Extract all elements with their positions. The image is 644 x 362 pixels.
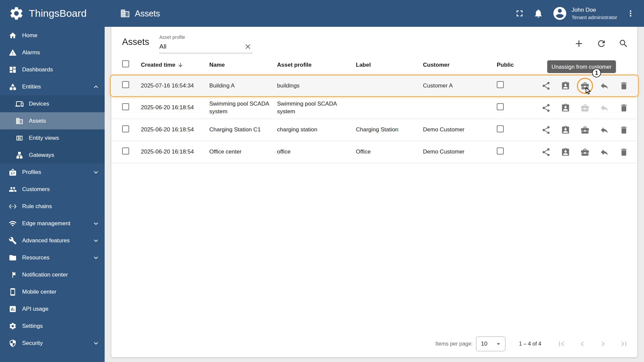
- clear-filter-button[interactable]: [244, 43, 252, 51]
- sidebar-item-assets[interactable]: Assets: [0, 112, 105, 129]
- table-row-building-a[interactable]: 2025-07-16 16:54:34Building AbuildingsCu…: [110, 75, 639, 97]
- column-header-name[interactable]: Name: [209, 62, 277, 68]
- prev-page-button[interactable]: [578, 339, 587, 349]
- sidebar-item-api-usage[interactable]: API usage: [0, 300, 105, 317]
- row-checkbox[interactable]: [122, 103, 129, 110]
- chevron-down-icon: [92, 237, 100, 245]
- public-checkbox[interactable]: [497, 125, 504, 132]
- assign-to-customer-button[interactable]: [561, 103, 570, 113]
- add-asset-button[interactable]: [574, 38, 584, 49]
- sidebar-item-home[interactable]: Home: [0, 27, 105, 44]
- delete-button[interactable]: [619, 125, 629, 135]
- table-row-charging-station-c1[interactable]: 2025-06-20 16:18:54Charging Station C1ch…: [111, 119, 637, 141]
- row-checkbox[interactable]: [122, 81, 129, 88]
- make-private-button[interactable]: [600, 125, 609, 135]
- select-all-checkbox[interactable]: [122, 60, 129, 67]
- refresh-button[interactable]: [596, 39, 606, 49]
- fullscreen-button[interactable]: [515, 8, 525, 18]
- sidebar-item-label: Gateways: [29, 152, 54, 159]
- brand-name: ThingsBoard: [29, 8, 87, 19]
- chevron-down-icon: [494, 340, 502, 348]
- cell-name: Office center: [209, 148, 277, 156]
- sidebar-item-settings[interactable]: Settings: [0, 317, 105, 335]
- delete-button[interactable]: [619, 81, 629, 90]
- sidebar-item-profiles[interactable]: Profiles: [0, 164, 105, 181]
- row-checkbox[interactable]: [122, 147, 129, 155]
- sidebar-item-resources[interactable]: Resources: [0, 249, 105, 266]
- sidebar-item-customers[interactable]: Customers: [0, 181, 105, 198]
- items-per-page-select[interactable]: 10: [476, 337, 505, 351]
- page-header: Assets: [120, 8, 160, 18]
- thingsboard-logo[interactable]: ThingsBoard: [0, 6, 105, 21]
- unassign-from-customer-button[interactable]: [580, 147, 590, 157]
- devices-icon: [15, 100, 23, 108]
- cell-customer: Demo Customer: [423, 148, 497, 156]
- make-private-button[interactable]: [600, 81, 609, 90]
- sidebar-item-edge-management[interactable]: Edge management: [0, 215, 105, 232]
- share-button[interactable]: [541, 81, 551, 90]
- share-icon: [541, 81, 551, 90]
- column-header-label[interactable]: Label: [356, 62, 423, 68]
- sidebar-item-entities[interactable]: Entities: [0, 78, 105, 95]
- cell-created-time: 2025-06-20 16:18:54: [141, 126, 209, 134]
- user-menu[interactable]: John Doe Tenant administrator: [552, 6, 617, 21]
- sidebar-item-gateways[interactable]: Gateways: [0, 146, 105, 164]
- notification-center-icon: [9, 271, 17, 279]
- column-header-customer[interactable]: Customer: [423, 62, 497, 68]
- column-header-created-time[interactable]: Created time: [141, 62, 209, 68]
- cell-asset-profile: Swimming pool SCADA system: [277, 100, 356, 116]
- sidebar-item-security[interactable]: Security: [0, 335, 105, 352]
- delete-button[interactable]: [619, 103, 629, 113]
- column-header-public[interactable]: Public: [497, 62, 537, 68]
- profiles-icon: [9, 168, 17, 176]
- home-icon: [9, 32, 17, 40]
- public-checkbox[interactable]: [497, 103, 504, 110]
- table-row-office-center[interactable]: 2025-06-20 16:18:54Office centerofficeOf…: [111, 141, 637, 163]
- sidebar-item-alarms[interactable]: Alarms: [0, 44, 105, 61]
- edge-icon: [9, 220, 17, 228]
- make-private-button[interactable]: [600, 147, 609, 157]
- sidebar-item-notification-center[interactable]: Notification center: [0, 266, 105, 283]
- cell-customer: Customer A: [423, 82, 497, 90]
- column-header-asset-profile[interactable]: Asset profile: [277, 62, 356, 68]
- assign-to-customer-button[interactable]: [561, 147, 570, 157]
- items-per-page-value: 10: [481, 341, 487, 347]
- delete-button[interactable]: [619, 147, 629, 157]
- more-menu-button[interactable]: [626, 9, 635, 18]
- page-title: Assets: [135, 9, 160, 18]
- public-checkbox[interactable]: [497, 81, 504, 88]
- make-private-button[interactable]: [600, 103, 609, 113]
- unassign-from-customer-button[interactable]: [580, 103, 590, 113]
- sidebar-item-mobile-center[interactable]: Mobile center: [0, 283, 105, 300]
- alarm-icon: [9, 49, 17, 57]
- paginator-nav: [557, 339, 629, 349]
- sidebar-item-rule-chains[interactable]: Rule chains: [0, 198, 105, 215]
- notifications-button[interactable]: [533, 8, 543, 18]
- rule-chains-icon: [9, 202, 17, 210]
- chevron-right-icon: [598, 339, 608, 349]
- first-page-button[interactable]: [557, 339, 566, 349]
- share-button[interactable]: [541, 103, 551, 113]
- row-checkbox[interactable]: [122, 125, 129, 132]
- last-page-button[interactable]: [619, 339, 629, 349]
- sidebar-item-advanced-features[interactable]: Advanced features: [0, 232, 105, 249]
- public-checkbox[interactable]: [497, 147, 504, 155]
- cell-created-time: 2025-06-20 16:18:54: [141, 148, 209, 156]
- sidebar-item-label: Profiles: [22, 169, 41, 176]
- sidebar-item-devices[interactable]: Devices: [0, 95, 105, 112]
- sidebar-item-label: API usage: [22, 306, 48, 312]
- search-button[interactable]: [619, 39, 629, 49]
- sidebar-item-label: Entity views: [29, 135, 59, 141]
- sidebar-item-dashboards[interactable]: Dashboards: [0, 61, 105, 78]
- sidebar-item-label: Entities: [22, 83, 41, 90]
- next-page-button[interactable]: [598, 339, 608, 349]
- share-button[interactable]: [541, 125, 551, 135]
- assign-to-customer-button[interactable]: [561, 125, 570, 135]
- table-row-swimming-pool-scada-system[interactable]: 2025-06-20 16:18:54Swimming pool SCADA s…: [111, 97, 637, 119]
- share-icon: [541, 147, 551, 157]
- sidebar-item-entity-views[interactable]: Entity views: [0, 129, 105, 146]
- unassign-from-customer-button[interactable]: [580, 125, 590, 135]
- asset-profile-filter[interactable]: Asset profile All: [159, 34, 253, 53]
- assign-to-customer-button[interactable]: [561, 81, 570, 90]
- share-button[interactable]: [541, 147, 551, 157]
